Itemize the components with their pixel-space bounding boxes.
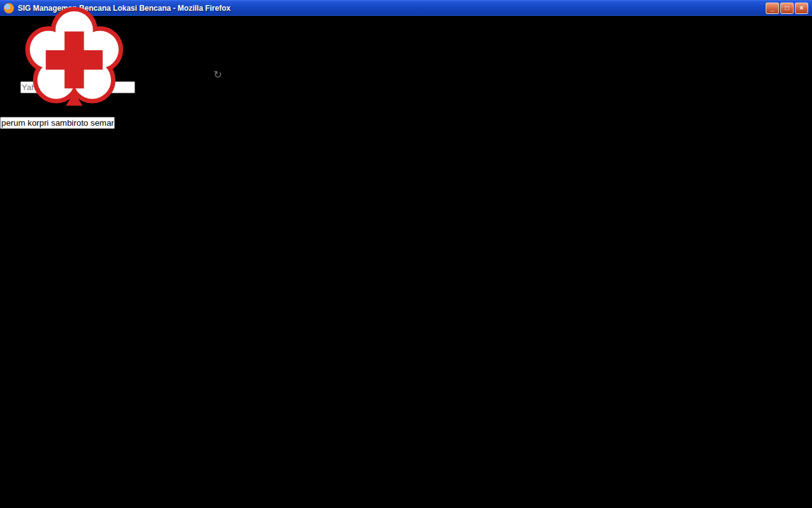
yahoo-search-input[interactable] — [0, 117, 115, 129]
web-page: BADAN SAR NASIONAL RESCUE SIG Managemen … — [0, 153, 812, 508]
cari-dropdown-icon[interactable]: ▾ — [27, 130, 32, 140]
google-map[interactable]: Jl. Imam BonjolJl. PemudaJl. Gajah MadaJ… — [0, 176, 812, 508]
minimize-button[interactable]: _ — [766, 3, 779, 14]
yahoo-logo[interactable]: Y! — [0, 105, 10, 116]
firefox-icon — [4, 3, 14, 13]
bookmark-star-icon[interactable]: ☆ — [196, 69, 205, 80]
downloads-icon[interactable]: ↓ — [0, 93, 5, 104]
desktop: SIG Managemen Bencana Lokasi Bencana - M… — [0, 0, 812, 508]
browser-viewport: BADAN SAR NASIONAL RESCUE SIG Managemen … — [0, 153, 812, 508]
cari-button-label: CARI — [0, 130, 24, 140]
url-dropdown-icon[interactable]: ▾ — [208, 73, 211, 79]
notification-badge[interactable]: 5 — [0, 142, 6, 152]
search-engine-dropdown-icon[interactable]: ▾ — [13, 81, 18, 92]
asterisk-icon[interactable]: * — [24, 142, 28, 152]
home-icon[interactable]: ⌂ — [8, 93, 14, 104]
maximize-button[interactable]: □ — [780, 3, 794, 14]
yahoo-logo-dropdown-icon[interactable]: ▾ — [13, 105, 18, 116]
badge-dropdown-icon[interactable]: ▾ — [8, 142, 13, 152]
window-title: SIG Managemen Bencana Lokasi Bencana - M… — [18, 4, 764, 13]
reload-icon[interactable]: ↻ — [213, 69, 221, 80]
new-tab-button[interactable]: + — [0, 46, 6, 57]
tab-close-icon[interactable]: x — [195, 34, 200, 45]
pmi-logo — [20, 5, 128, 116]
search-engine-icon[interactable]: Y! — [0, 81, 10, 92]
close-button[interactable]: × — [795, 3, 808, 14]
notebook-dropdown-icon[interactable]: ▾ — [16, 142, 22, 152]
yahoo-search-field[interactable] — [0, 117, 812, 129]
cari-button[interactable]: CARI ▾ — [0, 129, 812, 141]
